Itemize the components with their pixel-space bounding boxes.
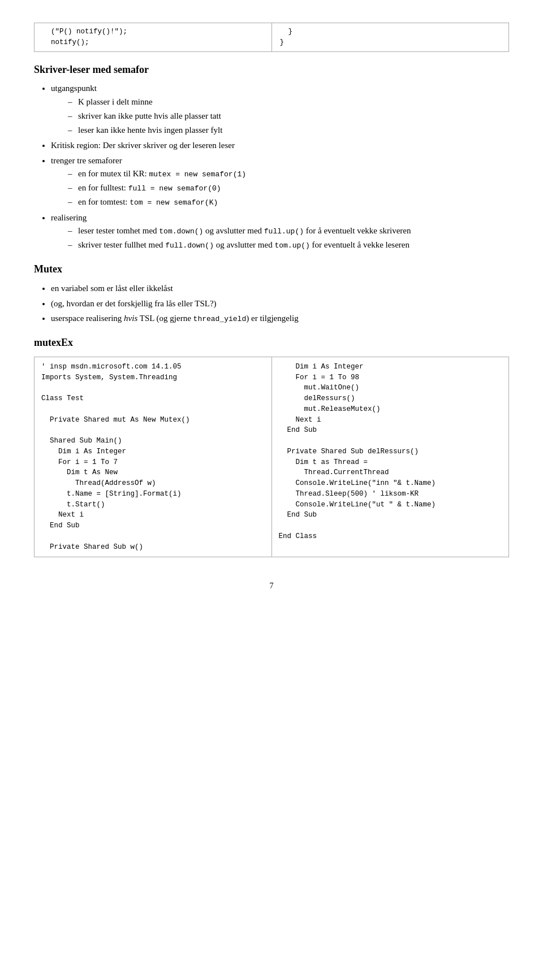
dash-skriver-tester: skriver tester fullhet med full.down() o… — [68, 239, 509, 251]
dash-leser-tester: leser tester tomhet med tom.down() og av… — [68, 224, 509, 237]
page-content: ("P() notify()!"); notify(); } } Skriver… — [34, 23, 509, 592]
dash-list-utgangspunkt: K plasser i delt minne skriver kan ikke … — [68, 96, 509, 137]
section1-bullets: utgangspunkt K plasser i delt minne skri… — [51, 82, 509, 251]
bullet-tre-semaforer: trenger tre semaforer en for mutex til K… — [51, 154, 509, 209]
mutex-bullet-1: en variabel som er låst eller ikkelåst — [51, 282, 509, 295]
dash-list-realisering: leser tester tomhet med tom.down() og av… — [68, 224, 509, 252]
mutex-bullet-2: (og, hvordan er det forskjellig fra lås … — [51, 297, 509, 310]
section-mutexex-heading: mutexEx — [34, 335, 509, 351]
bullet-utgangspunkt: utgangspunkt K plasser i delt minne skri… — [51, 82, 509, 137]
dash-mutex: en for mutex til KR: mutex = new semafor… — [68, 167, 509, 180]
page-number: 7 — [34, 580, 509, 592]
bullet-kritisk: Kritisk region: Der skriver skriver og d… — [51, 139, 509, 152]
mutexex-code-block: ' insp msdn.microsoft.com 14.1.05 Import… — [34, 357, 509, 558]
section-mutex: Mutex en variabel som er låst eller ikke… — [34, 262, 509, 325]
top-code-left: ("P() notify()!"); notify(); — [35, 23, 272, 51]
top-code-block: ("P() notify()!"); notify(); } } — [34, 23, 509, 52]
dash-k-plasser: K plasser i delt minne — [68, 96, 509, 109]
section-mutex-heading: Mutex — [34, 262, 509, 277]
mutexex-code-right: Dim i As Integer For i = 1 To 98 mut.Wai… — [272, 357, 509, 557]
dash-skriver: skriver kan ikke putte hvis alle plasser… — [68, 110, 509, 123]
mutexex-code-left: ' insp msdn.microsoft.com 14.1.05 Import… — [35, 357, 272, 557]
section-skriver-leser: Skriver-leser med semafor utgangspunkt K… — [34, 62, 509, 252]
top-code-right: } } — [272, 23, 509, 51]
section-mutexex: mutexEx ' insp msdn.microsoft.com 14.1.0… — [34, 335, 509, 557]
dash-tomtest: en for tomtest: tom = new semafor(K) — [68, 196, 509, 209]
dash-leser: leser kan ikke hente hvis ingen plasser … — [68, 124, 509, 137]
dash-list-semaforer: en for mutex til KR: mutex = new semafor… — [68, 167, 509, 209]
mutex-bullets: en variabel som er låst eller ikkelåst (… — [51, 282, 509, 325]
section-skriver-leser-heading: Skriver-leser med semafor — [34, 62, 509, 78]
bullet-realisering: realisering leser tester tomhet med tom.… — [51, 211, 509, 252]
dash-fulltest: en for fulltest: full = new semafor(0) — [68, 181, 509, 194]
mutex-bullet-3: userspace realisering hvis TSL (og gjern… — [51, 312, 509, 325]
